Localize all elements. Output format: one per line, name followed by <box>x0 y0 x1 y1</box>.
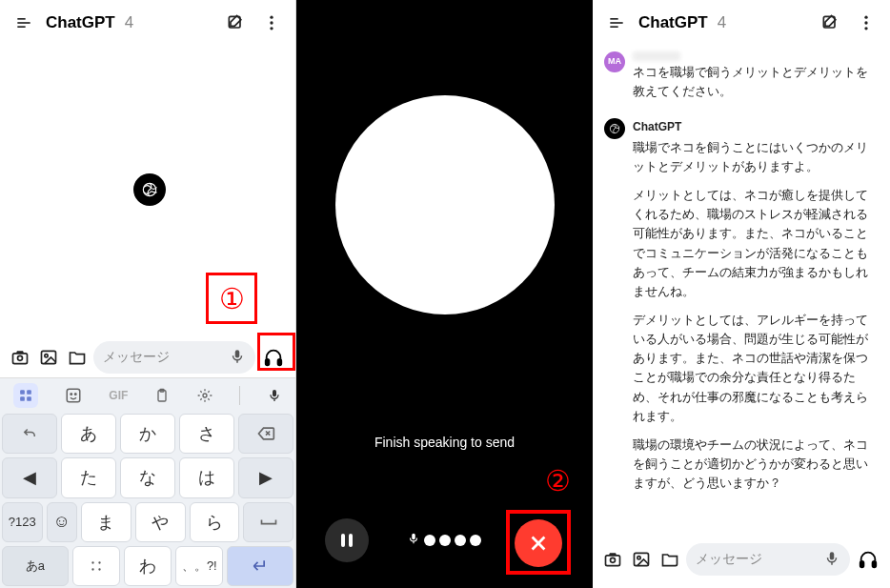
user-message: MA ネコを職場で飼うメリットとデメリットを教えてください。 <box>604 51 879 111</box>
clipboard-icon[interactable] <box>154 388 170 403</box>
svg-rect-19 <box>67 389 80 402</box>
callout-stop-highlight <box>506 510 571 575</box>
header: ChatGPT 4 <box>0 0 295 46</box>
pause-button[interactable] <box>325 518 369 562</box>
user-avatar: MA <box>604 51 625 72</box>
camera-icon[interactable] <box>8 345 32 370</box>
folder-icon[interactable] <box>65 345 90 370</box>
image-icon[interactable] <box>629 547 654 572</box>
assistant-name: ChatGPT <box>633 118 879 136</box>
key-backspace[interactable] <box>238 414 293 454</box>
menu-icon[interactable] <box>602 9 631 37</box>
key-a[interactable]: あ <box>61 414 116 454</box>
svg-rect-43 <box>635 553 649 565</box>
svg-rect-13 <box>266 359 270 365</box>
svg-point-39 <box>864 27 867 30</box>
key-space[interactable] <box>243 502 293 542</box>
mini-mic-icon <box>407 532 420 549</box>
mic-toolbar-icon[interactable] <box>267 388 282 403</box>
svg-rect-18 <box>27 396 31 401</box>
chatgpt-logo-icon <box>133 173 166 206</box>
compose-icon[interactable] <box>221 9 250 37</box>
key-punct[interactable]: 、。?! <box>175 546 223 586</box>
chat-thread: MA ネコを職場で飼うメリットとデメリットを教えてください。 ChatGPT 職… <box>593 48 890 537</box>
svg-rect-25 <box>273 390 276 396</box>
svg-point-9 <box>18 355 23 360</box>
more-icon[interactable] <box>257 9 286 37</box>
mic-icon[interactable] <box>823 550 840 570</box>
svg-point-38 <box>864 21 867 24</box>
keyboard-toolbar: GIF <box>0 377 295 412</box>
svg-rect-41 <box>606 556 620 566</box>
audio-level-indicator <box>407 532 481 549</box>
compose-icon[interactable] <box>816 9 844 37</box>
sticker-icon[interactable] <box>65 387 82 404</box>
svg-rect-17 <box>20 396 25 401</box>
user-name <box>633 51 879 61</box>
assistant-p4: 職場の環境やチームの状況によって、ネコを飼うことが適切かどうかが変わると思います… <box>633 436 879 493</box>
model-version: 4 <box>125 13 133 32</box>
key-undo[interactable] <box>2 414 57 454</box>
camera-icon[interactable] <box>600 547 625 572</box>
more-icon[interactable] <box>852 9 880 37</box>
voice-visualizer <box>335 95 555 314</box>
key-right[interactable]: ▶ <box>238 457 293 497</box>
message-input-row: メッセージ <box>593 540 890 578</box>
svg-rect-10 <box>42 351 56 363</box>
svg-rect-15 <box>20 390 25 395</box>
key-emoji[interactable]: ☺ <box>47 502 77 542</box>
assistant-p3: デメリットとしては、アレルギーを持っている人がいる場合、問題が生じる可能性があり… <box>633 311 879 426</box>
svg-point-44 <box>637 557 640 559</box>
svg-point-11 <box>45 355 48 357</box>
menu-icon[interactable] <box>10 9 38 37</box>
key-ra[interactable]: ら <box>190 502 240 542</box>
key-na[interactable]: な <box>120 457 175 497</box>
key-ya[interactable]: や <box>135 502 186 542</box>
key-sa[interactable]: さ <box>179 414 234 454</box>
gear-icon[interactable] <box>197 388 212 403</box>
key-blank1[interactable] <box>72 546 120 586</box>
svg-rect-45 <box>830 552 835 559</box>
header-right: ChatGPT 4 <box>593 0 890 46</box>
key-ka[interactable]: か <box>120 414 175 454</box>
key-123[interactable]: ?123 <box>2 502 43 542</box>
svg-rect-16 <box>27 390 31 395</box>
app-title: ChatGPT <box>46 13 115 32</box>
key-left[interactable]: ◀ <box>2 457 57 497</box>
folder-icon[interactable] <box>657 547 682 572</box>
message-input[interactable]: メッセージ <box>93 341 255 374</box>
svg-rect-12 <box>235 350 240 357</box>
keyboard[interactable]: あ か さ ◀ た な は ▶ ?123 ☺ ま や ら あa わ 、。?! <box>0 412 295 588</box>
assistant-message: ChatGPT 職場でネコを飼うことにはいくつかのメリットとデメリットがあります… <box>604 118 879 502</box>
mic-icon[interactable] <box>229 348 246 368</box>
svg-rect-14 <box>278 359 282 365</box>
app-title: ChatGPT <box>638 13 708 32</box>
message-input[interactable]: メッセージ <box>686 543 850 576</box>
user-text: ネコを職場で飼うメリットとデメリットを教えてください。 <box>633 63 879 101</box>
svg-point-21 <box>75 393 77 395</box>
svg-point-4 <box>270 16 273 19</box>
headphones-icon[interactable] <box>259 343 288 372</box>
svg-rect-47 <box>873 561 877 567</box>
svg-point-42 <box>611 558 616 562</box>
key-wa[interactable]: わ <box>124 546 172 586</box>
key-ma[interactable]: ま <box>81 502 131 542</box>
finish-speaking-label: Finish speaking to send <box>296 435 593 450</box>
svg-point-6 <box>270 27 273 30</box>
svg-point-26 <box>91 561 93 563</box>
svg-rect-30 <box>412 534 415 539</box>
svg-point-5 <box>270 21 273 24</box>
svg-point-27 <box>91 568 93 570</box>
message-input-row: メッセージ <box>0 338 295 376</box>
headphones-icon[interactable] <box>854 545 882 574</box>
key-lang[interactable]: あa <box>2 546 69 586</box>
gif-button[interactable]: GIF <box>109 389 128 402</box>
key-ta[interactable]: た <box>61 457 116 497</box>
message-placeholder: メッセージ <box>696 551 823 568</box>
key-enter[interactable] <box>227 546 293 586</box>
key-ha[interactable]: は <box>179 457 234 497</box>
image-icon[interactable] <box>36 345 61 370</box>
assistant-p2: メリットとしては、ネコが癒しを提供してくれるため、職場のストレスが軽減される可能… <box>633 186 879 301</box>
svg-point-28 <box>98 561 100 563</box>
grid-icon[interactable] <box>13 383 38 408</box>
